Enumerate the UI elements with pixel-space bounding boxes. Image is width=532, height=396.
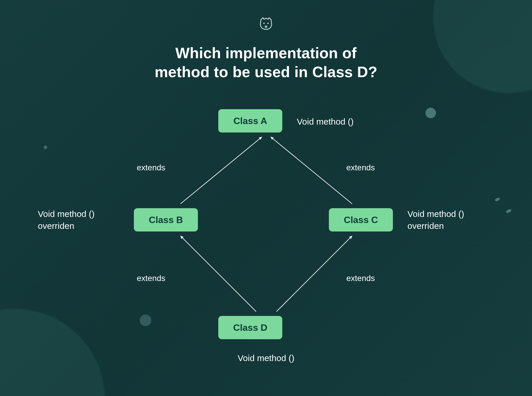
- class-a-label: Class A: [233, 116, 267, 126]
- edge-d-to-c: [276, 236, 352, 312]
- decorative-speck: [44, 146, 47, 149]
- class-d-node: Class D: [218, 316, 282, 339]
- diagram-title: Which implementation of method to be use…: [0, 44, 532, 82]
- decorative-speck: [494, 197, 501, 202]
- decorative-speck: [425, 108, 436, 118]
- edge-label-d-to-c: extends: [346, 274, 375, 283]
- edge-b-to-a: [180, 137, 262, 204]
- class-c-node: Class C: [329, 208, 393, 231]
- edge-label-d-to-b: extends: [137, 274, 165, 283]
- class-d-label: Class D: [233, 322, 267, 333]
- svg-point-1: [267, 23, 269, 24]
- class-a-annotation: Void method (): [297, 116, 354, 128]
- class-d-annotation: Void method (): [0, 352, 532, 364]
- diagram-canvas: Which implementation of method to be use…: [0, 0, 532, 396]
- class-c-annotation-line1: Void method (): [407, 208, 464, 220]
- edge-d-to-b: [180, 236, 256, 312]
- class-b-node: Class B: [134, 208, 198, 231]
- beaver-icon: [258, 15, 274, 31]
- class-a-node: Class A: [218, 109, 282, 132]
- class-b-annotation: Void method () overriden: [38, 208, 95, 232]
- class-b-annotation-line2: overriden: [38, 220, 95, 232]
- class-b-label: Class B: [149, 215, 183, 225]
- class-c-annotation-line2: overriden: [407, 220, 464, 232]
- edge-c-to-a: [271, 137, 352, 204]
- decorative-speck: [506, 208, 512, 214]
- class-c-label: Class C: [344, 215, 378, 225]
- edge-label-b-to-a: extends: [137, 163, 165, 172]
- class-c-annotation: Void method () overriden: [407, 208, 464, 232]
- brand-logo: [257, 14, 275, 33]
- decorative-speck: [140, 314, 151, 326]
- title-line-1: Which implementation of: [0, 44, 532, 63]
- class-b-annotation-line1: Void method (): [38, 208, 95, 220]
- edge-label-c-to-a: extends: [346, 163, 375, 172]
- svg-point-0: [263, 23, 265, 24]
- title-line-2: method to be used in Class D?: [0, 63, 532, 82]
